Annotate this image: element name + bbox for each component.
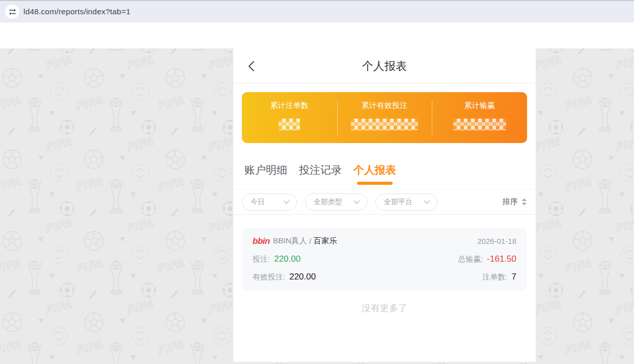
site-info-button[interactable] bbox=[5, 5, 19, 19]
stat-label: 累计注单数 bbox=[242, 101, 337, 110]
stat-valid-bets: 累计有效投注 bbox=[337, 92, 432, 143]
record-platform: BBIN真人 bbox=[273, 236, 307, 246]
platform-filter-dropdown[interactable]: 全部平台 bbox=[375, 193, 437, 211]
no-more-text: 没有更多了 bbox=[233, 302, 536, 314]
chevron-down-icon bbox=[424, 200, 430, 204]
masked-value bbox=[351, 119, 418, 130]
valid-bet-value: 220.00 bbox=[289, 272, 316, 282]
sort-arrows-icon bbox=[521, 198, 527, 206]
type-filter-dropdown[interactable]: 全部类型 bbox=[305, 193, 367, 211]
divider bbox=[337, 101, 338, 135]
page-title: 个人报表 bbox=[233, 48, 536, 83]
count-value: 7 bbox=[512, 272, 516, 282]
filter-row: 今日 全部类型 全部平台 排序 bbox=[233, 189, 536, 215]
tune-icon bbox=[8, 8, 17, 16]
chevron-down-icon bbox=[283, 200, 290, 204]
sort-control[interactable]: 排序 bbox=[503, 197, 527, 207]
tab-underline bbox=[248, 182, 284, 185]
divider bbox=[432, 101, 432, 135]
page: FIFA FIFA FIFA ld48.com/re bbox=[0, 0, 634, 364]
winloss-label: 总输赢: bbox=[458, 255, 483, 264]
valid-bet-label: 有效投注: bbox=[253, 272, 285, 282]
report-record-card[interactable]: bbin BBIN真人 / 百家乐 2026-01-18 投注: 220.00 … bbox=[242, 228, 527, 291]
record-mid-row: 投注: 220.00 总输赢: -161.50 bbox=[253, 254, 516, 264]
panel-header: 个人报表 bbox=[233, 48, 536, 83]
winloss-value: -161.50 bbox=[487, 254, 516, 264]
sort-label: 排序 bbox=[503, 197, 518, 207]
tab-personal-report[interactable]: 个人报表 bbox=[353, 162, 396, 189]
record-game: 百家乐 bbox=[313, 236, 337, 246]
dropdown-label: 全部类型 bbox=[314, 198, 342, 207]
url-text[interactable]: ld48.com/reports/index?tab=1 bbox=[23, 1, 130, 22]
masked-value bbox=[453, 119, 506, 130]
dropdown-label: 今日 bbox=[251, 198, 265, 207]
separator: / bbox=[309, 237, 311, 246]
dropdown-label: 全部平台 bbox=[384, 198, 412, 207]
tab-label: 投注记录 bbox=[299, 162, 342, 178]
count-label: 注单数: bbox=[482, 272, 507, 282]
report-panel: 个人报表 累计注单数 累计有效投注 累计输赢 账户明细 bbox=[233, 48, 536, 362]
stat-winloss: 累计输赢 bbox=[432, 92, 527, 143]
bet-value: 220.00 bbox=[274, 254, 300, 264]
record-bottom-row: 有效投注: 220.00 注单数: 7 bbox=[253, 272, 516, 282]
tab-account-detail[interactable]: 账户明细 bbox=[244, 162, 287, 189]
stat-label: 累计有效投注 bbox=[337, 101, 432, 110]
date-filter-dropdown[interactable]: 今日 bbox=[242, 193, 297, 211]
tabs-row: 账户明细 投注记录 个人报表 bbox=[233, 155, 536, 189]
bet-label: 投注: bbox=[253, 255, 270, 264]
bbin-logo: bbin bbox=[253, 236, 270, 246]
masked-value bbox=[279, 119, 300, 130]
tab-label: 账户明细 bbox=[244, 162, 287, 178]
tab-label: 个人报表 bbox=[353, 162, 396, 178]
summary-stats-card: 累计注单数 累计有效投注 累计输赢 bbox=[242, 92, 527, 143]
stat-total-bets: 累计注单数 bbox=[242, 92, 337, 143]
tab-underline bbox=[302, 182, 338, 185]
tab-underline bbox=[357, 182, 393, 185]
browser-url-bar[interactable]: ld48.com/reports/index?tab=1 bbox=[0, 0, 634, 22]
record-header-row: bbin BBIN真人 / 百家乐 2026-01-18 bbox=[253, 236, 516, 246]
tab-bet-records[interactable]: 投注记录 bbox=[299, 162, 342, 189]
stat-label: 累计输赢 bbox=[432, 101, 527, 110]
record-date: 2026-01-18 bbox=[477, 237, 516, 245]
chevron-down-icon bbox=[353, 200, 360, 204]
